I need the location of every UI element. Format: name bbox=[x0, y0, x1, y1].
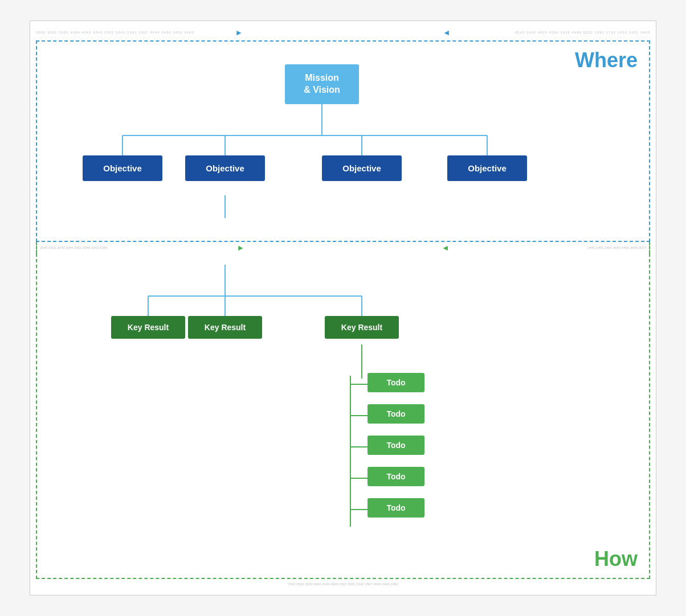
ruler-top: 2000 3002 2003 4004 4043 4043 1501 5041 … bbox=[36, 27, 650, 38]
objective-node-4: Objective bbox=[447, 155, 527, 181]
key-result-box-3: Key Result bbox=[325, 316, 399, 339]
ruler-middle-right-text: 1440 2450 1454 3040 3450 3040 3024 bbox=[450, 246, 646, 249]
key-result-node-3: Key Result bbox=[325, 316, 399, 339]
objective-box-2: Objective bbox=[185, 155, 265, 181]
key-result-node-2: Key Result bbox=[188, 316, 262, 339]
objective-node-3: Objective bbox=[322, 155, 402, 181]
todo-box-2: Todo bbox=[368, 404, 424, 424]
key-result-box-1: Key Result bbox=[111, 316, 185, 339]
mission-node: Mission& Vision bbox=[285, 64, 359, 104]
ruler-middle: 2040 3302 2043 3044 3052 3040 3042 2340 … bbox=[36, 242, 650, 253]
objective-node-2: Objective bbox=[185, 155, 265, 181]
how-tree-svg bbox=[43, 265, 643, 561]
todo-box-1: Todo bbox=[368, 373, 424, 392]
todo-box-5: Todo bbox=[368, 498, 424, 518]
mission-node-box: Mission& Vision bbox=[285, 64, 359, 104]
arrow-left-middle: ◄ bbox=[442, 243, 450, 252]
todo-box-4: Todo bbox=[368, 467, 424, 486]
objective-box-4: Objective bbox=[447, 155, 527, 181]
where-section: Where Mission& Vision bbox=[36, 40, 650, 242]
todo-box-3: Todo bbox=[368, 436, 424, 455]
todo-node-1: Todo bbox=[368, 373, 424, 392]
ruler-top-left-text: 2000 3002 2003 4004 4043 4043 1501 5041 … bbox=[36, 31, 235, 34]
diagram-wrapper: 2000 3002 2003 4004 4043 4043 1501 5041 … bbox=[30, 20, 656, 596]
arrow-right-middle: ► bbox=[236, 243, 244, 252]
ruler-middle-left-text: 2040 3302 2043 3044 3052 3040 3042 2340 bbox=[40, 246, 236, 249]
where-nodes: Mission& Vision Objective Objective Obje… bbox=[43, 53, 643, 224]
ruler-bottom-text: 7002 2502 2003 3004 4343 4043 1501 5041 … bbox=[288, 582, 398, 586]
objective-box-1: Objective bbox=[83, 155, 162, 181]
objective-box-3: Objective bbox=[322, 155, 402, 181]
arrow-right-top: ► bbox=[235, 28, 243, 37]
ruler-bottom: 7002 2502 2003 3004 4343 4043 1501 5041 … bbox=[36, 579, 650, 589]
todo-node-4: Todo bbox=[368, 467, 424, 486]
todo-node-3: Todo bbox=[368, 436, 424, 455]
todo-node-5: Todo bbox=[368, 498, 424, 518]
how-nodes: Key Result Key Result Key Result Todo To… bbox=[43, 265, 643, 561]
arrow-left-top: ◄ bbox=[443, 28, 451, 37]
key-result-node-1: Key Result bbox=[111, 316, 185, 339]
key-result-box-2: Key Result bbox=[188, 316, 262, 339]
objective-node-1: Objective bbox=[83, 155, 162, 181]
todo-node-2: Todo bbox=[368, 404, 424, 424]
ruler-top-right-text: 4540 1445 4003 4564 2439 4499 5032 1592 … bbox=[451, 31, 650, 34]
how-section: How bbox=[36, 253, 650, 579]
